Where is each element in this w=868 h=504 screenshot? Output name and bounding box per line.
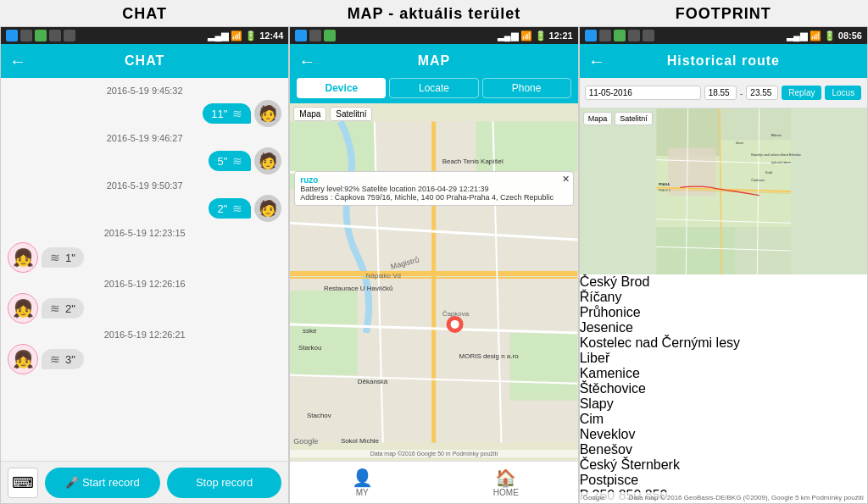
- start-record-button[interactable]: 🎤 Start record: [45, 468, 160, 498]
- fp-status-icon-4: [628, 30, 640, 42]
- wave-icon-6: ≋: [50, 352, 60, 366]
- avatar-2: 🧑: [254, 147, 281, 174]
- chat-bubble-5: ≋ 2": [42, 298, 84, 318]
- fp-status-icon-3: [614, 30, 626, 42]
- chat-section-title: CHAT: [0, 5, 289, 23]
- chat-bubble-6: ≋ 3": [42, 349, 84, 369]
- popup-battery: Battery level:92% Satelite location 2016…: [300, 185, 567, 193]
- svg-text:Nápaiko Vd: Nápaiko Vd: [366, 272, 401, 280]
- home-icon: 🏠: [495, 468, 516, 488]
- fp-status-icon-2: [599, 30, 611, 42]
- fp-back-button[interactable]: ←: [588, 52, 605, 71]
- map-tab-locate[interactable]: Locate: [389, 78, 478, 98]
- nav-my-label: MY: [356, 488, 369, 497]
- fp-date-input[interactable]: [585, 86, 701, 100]
- popup-address: Address : Čapkova 759/16, Michle, 140 00…: [300, 193, 567, 202]
- my-person-icon: 👤: [352, 468, 373, 488]
- svg-text:Lytá nad Labem: Lytá nad Labem: [771, 161, 790, 164]
- avatar-anime-2: 👧: [8, 293, 38, 324]
- fp-battery-icon: 🔋: [824, 30, 836, 42]
- map-time: 12:21: [549, 30, 573, 41]
- avatar-3: 🧑: [254, 195, 281, 222]
- map-tab-device[interactable]: Device: [297, 78, 386, 98]
- svg-text:sske: sske: [303, 327, 317, 335]
- svg-rect-4: [510, 333, 578, 401]
- svg-text:Sokol Michle: Sokol Michle: [341, 437, 380, 445]
- footprint-panel: ▂▄▆ 📶 🔋 08:56 ← Historical route - Repla…: [579, 26, 868, 504]
- chat-app-bar-title: CHAT: [125, 53, 164, 69]
- fp-bottom-attribution: Google Data map © 2016 GeoBasis-DE/BKG (…: [580, 492, 867, 503]
- fp-time-to-input[interactable]: [746, 86, 778, 100]
- chat-status-icon-2: [20, 30, 32, 42]
- nav-item-my[interactable]: 👤 MY: [290, 462, 434, 503]
- svg-text:Brandýs nad Labem-Stará Bolesl: Brandýs nad Labem-Stará Boleslav: [751, 153, 801, 157]
- chat-row-2: 5" ≋ 🧑: [8, 147, 281, 174]
- map-status-icon-3: [324, 30, 336, 42]
- fp-map-type-toggle: Mapa Satelitní: [583, 112, 653, 125]
- map-status-right: ▂▄▆ 📶 🔋 12:21: [498, 30, 573, 42]
- chat-timestamp-6: 2016-5-19 12:26:21: [8, 330, 281, 340]
- svg-rect-30: [656, 227, 735, 274]
- chat-panel: ▂▄▆ 📶 🔋 12:44 ← CHAT 2016-5-19 9:45:32 1…: [0, 26, 289, 504]
- map-signal-icon: ▂▄▆: [498, 30, 518, 42]
- fp-status-left: [585, 30, 654, 42]
- fp-status-right: ▂▄▆ 📶 🔋 08:56: [787, 30, 862, 42]
- chat-app-bar: ← CHAT: [1, 44, 288, 78]
- svg-point-26: [451, 320, 459, 329]
- fp-replay-button[interactable]: Replay: [782, 86, 821, 100]
- fp-time-from-input[interactable]: [704, 86, 737, 100]
- keyboard-button[interactable]: ⌨: [8, 468, 38, 498]
- stop-record-button[interactable]: Stop record: [167, 468, 282, 498]
- chat-row-6: 👧 ≋ 3": [8, 344, 281, 374]
- chat-status-icon-4: [49, 30, 61, 42]
- avatar-anime-3: 👧: [8, 344, 38, 374]
- chat-time: 12:44: [259, 30, 283, 41]
- fp-locus-button[interactable]: Locus: [825, 86, 861, 100]
- map-wifi-icon: 📶: [520, 30, 532, 42]
- chat-timestamp-5: 2016-5-19 12:26:16: [8, 279, 281, 289]
- svg-text:Jiince: Jiince: [735, 141, 743, 145]
- panels-container: ▂▄▆ 📶 🔋 12:44 ← CHAT 2016-5-19 9:45:32 1…: [0, 26, 868, 504]
- chat-timestamp-3: 2016-5-19 9:50:37: [8, 180, 281, 191]
- map-tab-phone[interactable]: Phone: [482, 78, 571, 98]
- svg-text:Děkanská: Děkanská: [358, 378, 388, 385]
- chat-status-right: ▂▄▆ 📶 🔋 12:44: [208, 30, 283, 42]
- map-status-icon-1: [295, 30, 307, 42]
- map-app-bar-title: MAP: [418, 53, 451, 69]
- fp-map-mapa[interactable]: Mapa: [583, 112, 613, 125]
- bubble-text-5: 2": [65, 302, 75, 315]
- fp-map-svg: PRAHA PRAHU 9 Jiince Mlilevice Brandýs n…: [580, 108, 867, 274]
- map-type-mapa[interactable]: Mapa: [293, 107, 326, 121]
- bubble-text-3: 2": [217, 202, 227, 215]
- fp-attribution-text: Data map © 2016 GeoBasis-DE/BKG (©2009),…: [629, 494, 864, 501]
- chat-status-left-icons: [6, 30, 75, 42]
- chat-back-button[interactable]: ←: [9, 52, 26, 71]
- fp-status-icon-5: [643, 30, 654, 42]
- map-type-satelit[interactable]: Satelitní: [330, 107, 372, 121]
- fp-controls: - Replay Locus: [580, 78, 867, 108]
- avatar-anime-1: 👧: [8, 242, 38, 273]
- map-status-left: [295, 30, 336, 42]
- map-tabs: Device Locate Phone: [290, 78, 577, 103]
- chat-bubble-1: 11" ≋: [203, 103, 251, 124]
- wave-icon-3: ≋: [232, 202, 242, 215]
- mic-icon: 🎤: [65, 476, 79, 489]
- fp-signal-icon: ▂▄▆: [787, 30, 807, 42]
- fp-map-container: Mapa Satelitní: [580, 108, 867, 274]
- svg-text:Starkou: Starkou: [298, 344, 321, 352]
- fp-map-satelit[interactable]: Satelitní: [615, 112, 653, 125]
- map-battery-icon: 🔋: [535, 30, 547, 42]
- svg-text:Beach Tenis Kapíšel: Beach Tenis Kapíšel: [442, 158, 504, 165]
- popup-close-button[interactable]: ✕: [562, 174, 570, 185]
- chat-timestamp-4: 2016-5-19 12:23:15: [8, 228, 281, 238]
- chat-signal-icon: ▂▄▆: [208, 30, 228, 42]
- section-titles-row: CHAT MAP - aktuális terület FOOTPRINT: [0, 0, 868, 26]
- map-attribution: Data map ©2016 Google 50 m Podmínky použ…: [290, 450, 577, 457]
- nav-item-home[interactable]: 🏠 HOME: [434, 462, 578, 503]
- svg-text:Čelakovice: Čelakovice: [751, 178, 765, 182]
- map-back-button[interactable]: ←: [298, 52, 315, 71]
- fp-wifi-icon: 📶: [810, 30, 821, 42]
- map-panel: ▂▄▆ 📶 🔋 12:21 ← MAP Device Locate Phone: [289, 26, 578, 504]
- chat-status-icon-5: [64, 30, 75, 42]
- nav-home-label: HOME: [493, 488, 519, 497]
